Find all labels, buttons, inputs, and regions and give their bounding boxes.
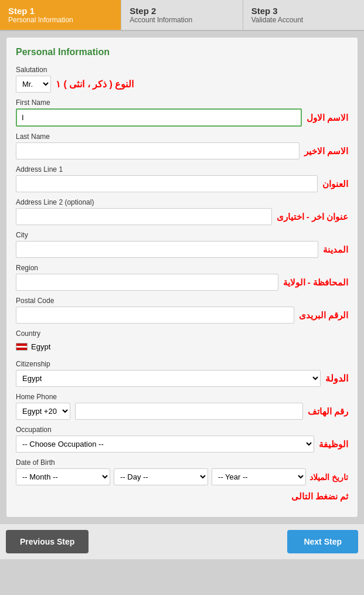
postal-group: Postal Code الرقم البريدى: [16, 297, 348, 324]
salutation-group: Salutation Mr. Mrs. Ms. Dr. النوع ( ذكر …: [16, 66, 348, 93]
occupation-row: -- Choose Occupation -- Employee Student…: [16, 436, 348, 453]
first-name-group: First Name الاسم الاول: [16, 98, 348, 127]
citizenship-label: Citizenship: [16, 360, 348, 368]
citizenship-row: Egypt Other الدولة: [16, 370, 348, 387]
form-container: Personal Information Salutation Mr. Mrs.…: [6, 37, 358, 518]
address2-hint: عنوان اخر - اختيارى: [277, 212, 349, 222]
address2-wrap: [16, 208, 272, 225]
address2-row: عنوان اخر - اختيارى: [16, 208, 348, 225]
last-name-hint: الاسم الاخير: [304, 146, 348, 157]
country-label: Country: [16, 329, 348, 338]
city-input[interactable]: [16, 241, 318, 258]
dob-year-select[interactable]: -- Year --: [212, 468, 306, 485]
region-wrap: [16, 274, 278, 291]
dob-day-select[interactable]: -- Day --: [114, 468, 208, 485]
dob-hint: تاريخ الميلاد: [309, 472, 348, 482]
phone-input[interactable]: [75, 403, 303, 420]
city-hint: المدينة: [323, 244, 348, 255]
last-name-wrap: [16, 142, 300, 159]
section-title: Personal Information: [16, 47, 348, 57]
dob-month-select[interactable]: -- Month -- JanuaryFebruaryMarch AprilMa…: [16, 468, 110, 485]
first-name-input[interactable]: [16, 108, 302, 127]
first-name-hint: الاسم الاول: [307, 113, 348, 123]
step-3-tab[interactable]: Step 3 Validate Account: [243, 0, 364, 30]
citizenship-group: Citizenship Egypt Other الدولة: [16, 360, 348, 387]
citizenship-select[interactable]: Egypt Other: [16, 370, 321, 387]
step-2-tab[interactable]: Step 2 Account Information: [121, 0, 243, 30]
dob-group: Date of Birth -- Month -- JanuaryFebruar…: [16, 458, 348, 485]
instruction-text: ثم نضغط التالى: [16, 491, 348, 502]
region-label: Region: [16, 264, 348, 272]
step-2-number: Step 2: [130, 6, 234, 16]
address1-row: العنوان: [16, 175, 348, 192]
phone-country-select[interactable]: Egypt +20 Other: [16, 403, 70, 420]
address2-label: Address Line 2 (optional): [16, 198, 348, 206]
dob-label: Date of Birth: [16, 458, 348, 467]
step-3-number: Step 3: [251, 6, 356, 16]
postal-hint: الرقم البريدى: [299, 310, 348, 321]
postal-row: الرقم البريدى: [16, 307, 348, 324]
country-value: Egypt: [31, 342, 50, 351]
step-3-name: Validate Account: [251, 16, 356, 24]
first-name-row: الاسم الاول: [16, 108, 348, 127]
step-1-name: Personal Information: [8, 16, 113, 24]
phone-label: Home Phone: [16, 393, 348, 401]
first-name-wrap: [16, 108, 302, 127]
region-input[interactable]: [16, 274, 278, 291]
address1-label: Address Line 1: [16, 165, 348, 174]
next-step-button[interactable]: Next Step: [287, 530, 358, 553]
step-1-tab[interactable]: Step 1 Personal Information: [0, 0, 121, 30]
last-name-row: الاسم الاخير: [16, 142, 348, 159]
address1-input[interactable]: [16, 175, 318, 192]
postal-wrap: [16, 307, 294, 324]
region-group: Region المحافظة - الولاية: [16, 264, 348, 291]
phone-row: Egypt +20 Other رقم الهاتف: [16, 403, 348, 420]
postal-label: Postal Code: [16, 297, 348, 305]
salutation-label: Salutation: [16, 66, 348, 74]
phone-group: Home Phone Egypt +20 Other رقم الهاتف: [16, 393, 348, 420]
occupation-select[interactable]: -- Choose Occupation -- Employee Student…: [16, 436, 314, 453]
egypt-flag-icon: [16, 343, 28, 351]
occupation-hint: الوظيفة: [319, 439, 348, 450]
address2-group: Address Line 2 (optional) عنوان اخر - اخ…: [16, 198, 348, 225]
last-name-group: Last Name الاسم الاخير: [16, 132, 348, 159]
occupation-label: Occupation: [16, 426, 348, 434]
step-2-name: Account Information: [130, 16, 234, 24]
city-wrap: [16, 241, 318, 258]
salutation-hint: النوع ( ذكر ، انثى ) ١: [56, 79, 134, 90]
steps-header: Step 1 Personal Information Step 2 Accou…: [0, 0, 364, 31]
dob-row: -- Month -- JanuaryFebruaryMarch AprilMa…: [16, 468, 348, 485]
salutation-row: Mr. Mrs. Ms. Dr. النوع ( ذكر ، انثى ) ١: [16, 76, 348, 93]
region-row: المحافظة - الولاية: [16, 274, 348, 291]
country-display: Egypt: [16, 339, 348, 354]
step-1-number: Step 1: [8, 6, 113, 16]
city-row: المدينة: [16, 241, 348, 258]
city-group: City المدينة: [16, 231, 348, 258]
last-name-label: Last Name: [16, 132, 348, 141]
city-label: City: [16, 231, 348, 239]
salutation-select[interactable]: Mr. Mrs. Ms. Dr.: [16, 76, 51, 93]
phone-hint: رقم الهاتف: [308, 406, 348, 417]
address1-wrap: [16, 175, 318, 192]
postal-input[interactable]: [16, 307, 294, 324]
first-name-label: First Name: [16, 98, 348, 107]
address1-hint: العنوان: [322, 179, 348, 189]
last-name-input[interactable]: [16, 142, 300, 159]
footer-buttons: Previous Step Next Step: [0, 523, 364, 559]
address2-input[interactable]: [16, 208, 272, 225]
previous-step-button[interactable]: Previous Step: [6, 530, 89, 553]
citizenship-hint: الدولة: [325, 373, 348, 384]
region-hint: المحافظة - الولاية: [283, 277, 348, 288]
occupation-group: Occupation -- Choose Occupation -- Emplo…: [16, 426, 348, 453]
address1-group: Address Line 1 العنوان: [16, 165, 348, 192]
country-group: Country Egypt: [16, 329, 348, 354]
